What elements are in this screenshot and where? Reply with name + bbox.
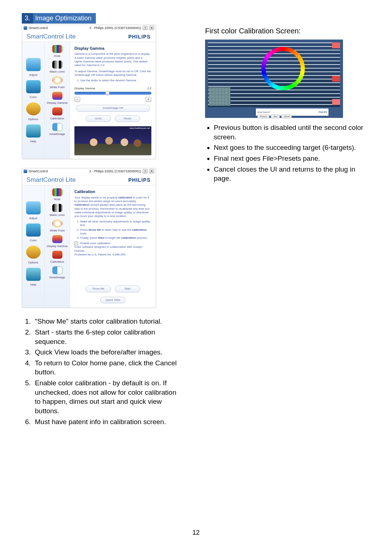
undo-button[interactable]: Undo	[86, 115, 111, 122]
nav-rgb[interactable]: RGB	[45, 44, 70, 60]
nav-calibration[interactable]: Calibration	[45, 107, 70, 122]
content-heading: Calibration	[74, 189, 151, 194]
enable-color-calibration-checkbox[interactable]: ✓	[74, 242, 78, 245]
window-title: SmartControl Lite	[26, 33, 128, 40]
color-wheel-icon	[261, 47, 305, 90]
list-item: Must have patent info in calibration scr…	[33, 417, 183, 427]
window-title: SmartControl Lite	[26, 176, 128, 184]
gamma-desc-1: Gamma is a component of the pixel bright…	[74, 52, 151, 67]
nav-white-point[interactable]: White Point	[45, 219, 70, 234]
nav-rgb[interactable]: RGB	[45, 188, 70, 203]
page-number: 12	[0, 529, 392, 537]
smartcontrol-calibration-window: SmartControl 2 - Philips 22581 (CS307150…	[22, 168, 156, 308]
calibration-notes-list: "Show Me" starts color calibration tutor…	[33, 317, 183, 426]
gamma-desc-2: To adjust Gamma, SmartImage must be set …	[74, 70, 151, 77]
gamma-slider[interactable]	[74, 92, 151, 95]
app-icon	[24, 26, 27, 30]
nav-smartimage[interactable]: SmartImage	[45, 122, 70, 138]
nav-color[interactable]: Color	[22, 222, 44, 244]
slider-thumb[interactable]	[105, 91, 110, 95]
nav-white-point[interactable]: White Point	[45, 75, 70, 91]
gamma-instr-1: Use the slider to select the desired Gam…	[80, 79, 151, 82]
window-meta: 2 - Philips 22581 (CS30715000001)	[89, 169, 141, 173]
calib-step-1: Make all other necessary adjustments to …	[80, 220, 151, 227]
list-item: Enable color calibration - by default is…	[33, 378, 183, 416]
nav-display-gamma[interactable]: Display Gamma	[45, 91, 70, 107]
slider-value: 2.2	[147, 87, 151, 90]
titlebar[interactable]: SmartControl 2 - Philips 22581 (CS307150…	[22, 168, 156, 174]
nav-help[interactable]: Help	[22, 123, 44, 145]
list-item: Previous button is disabled until the se…	[214, 123, 370, 141]
target-swatch	[332, 76, 340, 82]
nav-black-level[interactable]: Black Level	[45, 60, 70, 75]
content-heading: Display Gamma	[74, 46, 151, 51]
quick-view-button[interactable]: Quick View	[100, 297, 126, 303]
slider-label: Display Gamma	[74, 87, 95, 90]
app-icon	[24, 169, 27, 173]
app-name: SmartControl	[29, 169, 48, 173]
list-item: Final next goes File>Presets pane.	[214, 154, 370, 163]
app-name: SmartControl	[29, 26, 48, 30]
enable-label: Enable color calibration	[80, 242, 110, 245]
right-bullet-list: Previous button is disabled until the se…	[214, 123, 370, 183]
section-number: 3.	[22, 13, 33, 24]
list-item: Next goes to the succeeding target (6-ta…	[214, 143, 370, 152]
nav-calibration[interactable]: Calibration	[45, 250, 70, 266]
close-icon[interactable]: ✕	[149, 169, 154, 173]
help-icon[interactable]: ?	[143, 26, 148, 30]
list-item: Cancel closes the UI and returns to the …	[214, 165, 370, 183]
nav-adjust[interactable]: Adjust	[22, 57, 44, 79]
smartcontrol-gamma-window: SmartControl 2 · Philips 22581 (CS307150…	[22, 25, 156, 159]
titlebar[interactable]: SmartControl 2 · Philips 22581 (CS307150…	[22, 25, 156, 31]
help-icon[interactable]: ?	[143, 169, 148, 173]
preview-previous-button[interactable]: Previous	[257, 115, 269, 118]
nav-options[interactable]: Options	[22, 101, 44, 123]
preview-cancel-button[interactable]: Cancel	[281, 115, 292, 118]
gamma-minus-button[interactable]: −	[74, 97, 80, 102]
reset-button[interactable]: Reset	[115, 115, 140, 122]
show-me-button[interactable]: Show Me	[86, 286, 111, 292]
list-item: "Show Me" starts color calibration tutor…	[33, 317, 183, 326]
start-button[interactable]: Start	[115, 286, 140, 292]
gamma-plus-button[interactable]: +	[146, 97, 151, 102]
patent-line: Protected by U.S. Patent No. 6,686,953	[74, 253, 151, 257]
section-header: 3. Image Optimization	[22, 13, 96, 24]
brand-logo: PHILIPS	[128, 34, 151, 40]
calib-step-2: Press Show Me to learn how to use the ca…	[80, 228, 151, 236]
credit-line: Color software designed in collaboration…	[74, 245, 151, 253]
nav-black-level[interactable]: Black Level	[45, 203, 70, 219]
calibration-screen-preview: Smart Control II PHILIPS Previous Next C…	[205, 40, 343, 118]
brand-logo: PHILIPS	[128, 177, 151, 183]
calib-intro: Your display needs to be properly calibr…	[74, 196, 151, 218]
close-icon[interactable]: ✕	[149, 26, 154, 30]
window-meta: 2 · Philips 22581 (CS30715000001)	[89, 26, 141, 30]
list-item: Start - starts the 6-step color calibrat…	[33, 328, 183, 346]
list-item: To return to Color home pane, click the …	[33, 358, 183, 377]
nav-color[interactable]: Color	[22, 79, 44, 101]
photo-caption: www.healthyeyes.net	[130, 127, 150, 130]
grid-pattern	[209, 87, 230, 106]
smartimage-off-button[interactable]: SmartImage Off	[76, 105, 150, 111]
nav-options[interactable]: Options	[22, 244, 44, 266]
sample-photo: www.healthyeyes.net	[74, 126, 151, 155]
calib-step-3: Finally, press Start to begin the calibr…	[80, 236, 151, 240]
nav-help[interactable]: Help	[22, 266, 44, 288]
target-swatch	[332, 42, 340, 48]
nav-display-gamma[interactable]: Display Gamma	[45, 234, 70, 250]
preview-next-button[interactable]: Next	[271, 115, 279, 118]
nav-smartimage[interactable]: SmartImage	[45, 266, 70, 281]
right-heading: First color Calibration Screen:	[205, 27, 370, 35]
section-title: Image Optimization	[33, 13, 96, 24]
nav-adjust[interactable]: Adjust	[22, 200, 44, 222]
target-swatch	[332, 99, 340, 105]
list-item: Quick View loads the before/after images…	[33, 348, 183, 357]
